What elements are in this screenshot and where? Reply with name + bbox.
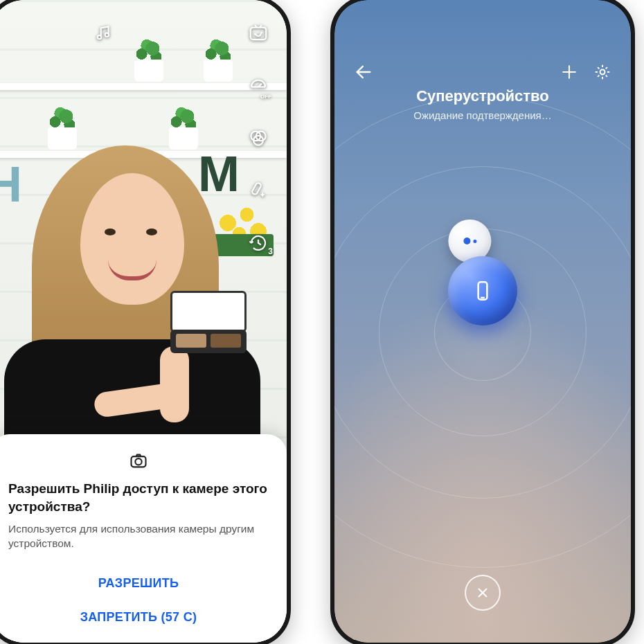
speed-off-icon[interactable]: OFF bbox=[247, 73, 270, 97]
svg-point-8 bbox=[135, 458, 141, 465]
filters-icon[interactable] bbox=[247, 126, 270, 150]
close-button[interactable] bbox=[465, 575, 501, 611]
superdevice-header bbox=[334, 62, 631, 82]
camera-flip-icon[interactable] bbox=[247, 21, 270, 44]
beauty-wand-icon[interactable] bbox=[247, 179, 270, 202]
page-subtitle: Ожидание подтверждения… bbox=[334, 109, 631, 121]
superdevice-screen: Суперустройство Ожидание подтверждения… bbox=[334, 0, 631, 643]
phone-device-icon[interactable] bbox=[448, 256, 517, 325]
gear-icon[interactable] bbox=[593, 63, 611, 81]
history-badge: 3 bbox=[268, 247, 273, 256]
phone-right: Суперустройство Ожидание подтверждения… bbox=[330, 0, 635, 644]
permission-title: Разрешить Philip доступ к камере этого у… bbox=[8, 480, 269, 515]
back-icon[interactable] bbox=[354, 62, 373, 82]
svg-point-0 bbox=[98, 35, 101, 39]
compact-prop bbox=[170, 291, 247, 353]
music-icon[interactable] bbox=[94, 24, 114, 43]
svg-rect-2 bbox=[251, 28, 267, 40]
phone-left: H M bbox=[0, 0, 291, 644]
permission-dialog: Разрешить Philip доступ к камере этого у… bbox=[0, 434, 287, 643]
camera-toolbar: OFF 3 bbox=[247, 21, 270, 255]
plus-icon[interactable] bbox=[560, 63, 578, 81]
deny-button[interactable]: ЗАПРЕТИТЬ (57 С) bbox=[8, 600, 269, 634]
page-title: Суперустройство bbox=[334, 87, 631, 105]
svg-point-1 bbox=[105, 33, 109, 37]
permission-description: Используется для использования камеры др… bbox=[8, 522, 269, 551]
svg-point-9 bbox=[600, 70, 605, 75]
allow-button[interactable]: РАЗРЕШИТЬ bbox=[8, 566, 269, 600]
camera-icon bbox=[8, 451, 269, 470]
history-3-icon[interactable]: 3 bbox=[247, 231, 270, 255]
svg-rect-6 bbox=[251, 182, 262, 195]
camera-screen: H M bbox=[0, 0, 287, 643]
